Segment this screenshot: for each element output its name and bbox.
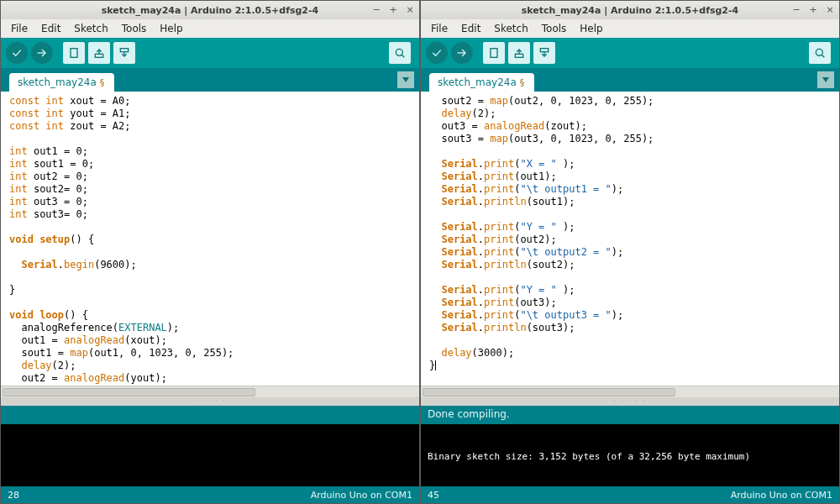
compile-status [1, 406, 419, 424]
menu-tools[interactable]: Tools [117, 21, 152, 36]
maximize-button[interactable]: + [807, 3, 819, 15]
menu-file[interactable]: File [426, 21, 453, 36]
code-editor[interactable]: const int xout = A0; const int yout = A1… [1, 92, 419, 386]
menu-sketch[interactable]: Sketch [69, 21, 113, 36]
svg-line-16 [822, 55, 824, 57]
svg-rect-4 [120, 49, 128, 52]
horizontal-scrollbar[interactable] [1, 386, 419, 397]
toolbar [1, 38, 419, 68]
splitter-handle[interactable]: · · · · · [421, 397, 839, 406]
arduino-window-right: sketch_may24a | Arduino 2:1.0.5+dfsg2-4 … [420, 0, 840, 504]
save-button[interactable] [533, 42, 555, 64]
board-port: Arduino Uno on COM1 [731, 490, 832, 501]
menu-edit[interactable]: Edit [456, 21, 486, 36]
console-output[interactable] [1, 424, 419, 486]
new-button[interactable] [483, 42, 505, 64]
tab-bar: sketch_may24a § [421, 68, 839, 92]
tab-sketch[interactable]: sketch_may24a § [429, 73, 534, 92]
tab-bar: sketch_may24a § [1, 68, 419, 92]
menu-file[interactable]: File [6, 21, 33, 36]
menu-help[interactable]: Help [155, 21, 187, 36]
serial-monitor-button[interactable] [809, 42, 831, 64]
verify-button[interactable] [6, 42, 28, 64]
toolbar [421, 38, 839, 68]
minimize-button[interactable]: − [790, 3, 802, 15]
code-content[interactable]: sout2 = map(out2, 0, 1023, 0, 255); dela… [421, 92, 839, 375]
minimize-button[interactable]: − [370, 3, 382, 15]
menu-help[interactable]: Help [575, 21, 607, 36]
menu-sketch[interactable]: Sketch [489, 21, 533, 36]
titlebar[interactable]: sketch_may24a | Arduino 2:1.0.5+dfsg2-4 … [421, 1, 839, 19]
tab-label: sketch_may24a [438, 76, 517, 88]
tab-menu-dropdown[interactable] [397, 71, 414, 88]
menu-edit[interactable]: Edit [36, 21, 66, 36]
window-title: sketch_may24a | Arduino 2:1.0.5+dfsg2-4 [102, 5, 318, 16]
serial-monitor-button[interactable] [389, 42, 411, 64]
compile-status: Done compiling. [421, 406, 839, 424]
status-bar: 45 Arduino Uno on COM1 [421, 486, 839, 503]
dirty-indicator: § [100, 77, 105, 88]
menu-tools[interactable]: Tools [537, 21, 572, 36]
close-button[interactable]: × [824, 3, 836, 15]
line-number: 28 [8, 490, 19, 501]
upload-button[interactable] [31, 42, 53, 64]
upload-button[interactable] [451, 42, 473, 64]
arduino-window-left: sketch_may24a | Arduino 2:1.0.5+dfsg2-4 … [0, 0, 420, 504]
svg-rect-10 [491, 49, 497, 58]
status-bar: 28 Arduino Uno on COM1 [1, 486, 419, 503]
window-title: sketch_may24a | Arduino 2:1.0.5+dfsg2-4 [522, 5, 738, 16]
svg-rect-2 [95, 54, 102, 57]
verify-button[interactable] [426, 42, 448, 64]
close-button[interactable]: × [404, 3, 416, 15]
menu-bar: File Edit Sketch Tools Help [1, 19, 419, 38]
maximize-button[interactable]: + [387, 3, 399, 15]
new-button[interactable] [63, 42, 85, 64]
open-button[interactable] [88, 42, 110, 64]
save-button[interactable] [113, 42, 135, 64]
board-port: Arduino Uno on COM1 [311, 490, 412, 501]
console-output[interactable]: Binary sketch size: 3,152 bytes (of a 32… [421, 424, 839, 486]
dirty-indicator: § [520, 77, 525, 88]
open-button[interactable] [508, 42, 530, 64]
code-editor[interactable]: sout2 = map(out2, 0, 1023, 0, 255); dela… [421, 92, 839, 386]
menu-bar: File Edit Sketch Tools Help [421, 19, 839, 38]
tab-sketch[interactable]: sketch_may24a § [9, 73, 114, 92]
svg-rect-13 [540, 49, 548, 52]
line-number: 45 [428, 490, 439, 501]
svg-rect-1 [71, 49, 77, 58]
tab-menu-dropdown[interactable] [817, 71, 834, 88]
svg-marker-17 [822, 77, 829, 82]
svg-marker-8 [402, 77, 409, 82]
svg-rect-11 [515, 54, 522, 57]
tab-label: sketch_may24a [18, 76, 97, 88]
svg-line-7 [402, 55, 404, 57]
horizontal-scrollbar[interactable] [421, 386, 839, 397]
code-content[interactable]: const int xout = A0; const int yout = A1… [1, 92, 419, 386]
titlebar[interactable]: sketch_may24a | Arduino 2:1.0.5+dfsg2-4 … [1, 1, 419, 19]
splitter-handle[interactable]: · · · · · [1, 397, 419, 406]
